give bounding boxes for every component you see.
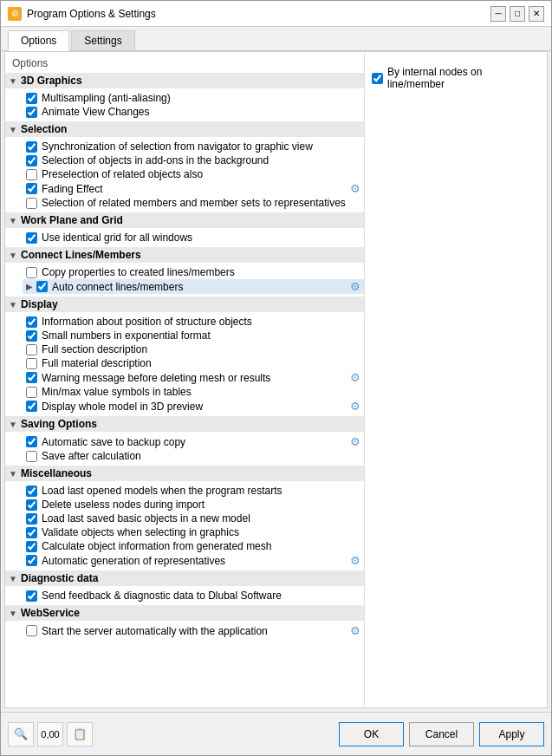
label-validate-objects: Validate objects when selecting in graph…: [42, 526, 360, 538]
section-header-3d-graphics[interactable]: ▼3D Graphics: [5, 73, 364, 88]
label-auto-generation: Automatic generation of representatives: [42, 555, 347, 567]
checkbox-full-section[interactable]: [26, 344, 37, 355]
label-preselection: Preselection of related objects also: [42, 168, 360, 180]
gear-icon-start-server[interactable]: ⚙: [350, 624, 360, 637]
cancel-button[interactable]: Cancel: [409, 722, 474, 746]
checkbox-identical-grid[interactable]: [26, 232, 37, 244]
check-item-delete-nodes: Delete useless nodes during import: [23, 498, 364, 512]
checkbox-load-last-opened[interactable]: [26, 486, 37, 497]
content-area: Options ▼3D GraphicsMultisampling (anti-…: [4, 51, 548, 708]
section-title-3d-graphics: 3D Graphics: [21, 75, 82, 87]
check-item-preselection: Preselection of related objects also: [23, 167, 364, 181]
label-selection-members: Selection of related members and member …: [42, 197, 360, 209]
check-item-auto-save: Automatic save to backup copy⚙: [23, 434, 364, 449]
check-item-save-after-calc: Save after calculation: [23, 449, 364, 463]
sections-container: ▼3D GraphicsMultisampling (anti-aliasing…: [5, 73, 364, 639]
checkbox-calc-obj-info[interactable]: [26, 541, 37, 552]
checkbox-selection-addons[interactable]: [26, 155, 37, 166]
section-items-webservice: Start the server automatically with the …: [5, 622, 364, 639]
gear-icon-warning-msg[interactable]: ⚙: [350, 371, 360, 384]
gear-icon-fading[interactable]: ⚙: [350, 182, 360, 195]
right-panel: By internal nodes on line/member: [365, 52, 547, 707]
label-full-material: Full material description: [42, 357, 360, 369]
check-item-validate-objects: Validate objects when selecting in graph…: [23, 525, 364, 539]
gear-icon-auto-generation[interactable]: ⚙: [350, 554, 360, 567]
window-controls: ─ □ ✕: [490, 6, 544, 22]
check-item-info-position: Information about position of structure …: [23, 315, 364, 329]
checkbox-fading[interactable]: [26, 183, 37, 194]
checkbox-warning-msg[interactable]: [26, 372, 37, 383]
checkbox-animate-view[interactable]: [26, 107, 37, 118]
checkbox-auto-connect[interactable]: [36, 281, 48, 292]
section-header-miscellaneous[interactable]: ▼Miscellaneous: [5, 466, 364, 481]
section-header-connect-lines[interactable]: ▼Connect Lines/Members: [5, 247, 364, 263]
arrow-icon: ▼: [9, 76, 21, 86]
section-header-display[interactable]: ▼Display: [5, 297, 364, 312]
checkbox-start-server[interactable]: [26, 625, 37, 636]
close-button[interactable]: ✕: [529, 6, 544, 22]
section-items-diagnostic: Send feedback & diagnostic data to Dluba…: [5, 588, 364, 603]
checkbox-copy-properties[interactable]: [26, 267, 37, 278]
label-copy-properties: Copy properties to created lines/members: [42, 266, 360, 278]
check-item-small-numbers: Small numbers in exponential format: [23, 329, 364, 342]
checkbox-save-after-calc[interactable]: [26, 451, 37, 462]
section-items-display: Information about position of structure …: [5, 314, 364, 414]
gear-icon-auto-save[interactable]: ⚙: [350, 435, 360, 448]
minimize-button[interactable]: ─: [490, 6, 506, 22]
clipboard-icon-button[interactable]: 📋: [67, 722, 93, 746]
check-item-copy-properties: Copy properties to created lines/members: [23, 265, 364, 279]
label-start-server: Start the server automatically with the …: [42, 625, 347, 637]
maximize-button[interactable]: □: [510, 6, 525, 22]
section-header-webservice[interactable]: ▼WebService: [5, 605, 364, 621]
check-item-sync-selection: Synchronization of selection from naviga…: [23, 140, 364, 153]
checkbox-auto-generation[interactable]: [26, 555, 37, 566]
checkbox-info-position[interactable]: [26, 316, 37, 328]
value-icon-button[interactable]: 0,00: [37, 722, 63, 746]
checkbox-delete-nodes[interactable]: [26, 499, 37, 511]
arrow-icon: ▼: [9, 469, 21, 479]
footer: 🔍 0,00 📋 OK Cancel Apply: [1, 712, 551, 755]
apply-button[interactable]: Apply: [479, 722, 544, 746]
gear-icon-whole-model[interactable]: ⚙: [350, 400, 360, 413]
check-item-load-last-saved: Load last saved basic objects in a new m…: [23, 512, 364, 525]
checkbox-selection-members[interactable]: [26, 198, 37, 209]
check-item-whole-model: Display whole model in 3D preview⚙: [23, 399, 364, 414]
label-whole-model: Display whole model in 3D preview: [42, 401, 347, 413]
section-header-selection[interactable]: ▼Selection: [5, 121, 364, 137]
label-warning-msg: Warning message before deleting mesh or …: [42, 372, 347, 384]
ok-button[interactable]: OK: [339, 722, 404, 746]
check-item-full-material: Full material description: [23, 356, 364, 370]
arrow-icon: ▼: [9, 125, 21, 134]
gear-icon-auto-connect[interactable]: ⚙: [350, 280, 360, 293]
section-header-saving[interactable]: ▼Saving Options: [5, 416, 364, 432]
checkbox-validate-objects[interactable]: [26, 527, 37, 538]
check-item-load-last-opened: Load last opened models when the program…: [23, 484, 364, 498]
checkbox-auto-save[interactable]: [26, 436, 37, 447]
section-items-miscellaneous: Load last opened models when the program…: [5, 483, 364, 569]
label-full-section: Full section description: [42, 343, 360, 355]
tab-settings[interactable]: Settings: [71, 30, 134, 50]
section-header-work-plane[interactable]: ▼Work Plane and Grid: [5, 212, 364, 228]
checkbox-whole-model[interactable]: [26, 401, 37, 412]
section-header-diagnostic[interactable]: ▼Diagnostic data: [5, 570, 364, 586]
label-identical-grid: Use identical grid for all windows: [42, 231, 360, 244]
checkbox-small-numbers[interactable]: [26, 330, 37, 342]
checkbox-preselection[interactable]: [26, 169, 37, 180]
section-items-saving: Automatic save to backup copy⚙Save after…: [5, 433, 364, 464]
label-minmax-value: Min/max value symbols in tables: [42, 386, 360, 398]
label-load-last-opened: Load last opened models when the program…: [42, 485, 360, 497]
checkbox-load-last-saved[interactable]: [26, 513, 37, 525]
right-checkbox[interactable]: [372, 73, 383, 84]
checkbox-send-feedback[interactable]: [26, 590, 37, 602]
checkbox-minmax-value[interactable]: [26, 387, 37, 398]
checkbox-full-material[interactable]: [26, 358, 37, 369]
search-icon-button[interactable]: 🔍: [8, 722, 34, 746]
checkbox-multisampling[interactable]: [26, 93, 37, 104]
checkbox-sync-selection[interactable]: [26, 141, 37, 153]
label-multisampling: Multisampling (anti-aliasing): [42, 92, 360, 104]
tab-options[interactable]: Options: [8, 30, 69, 51]
check-item-multisampling: Multisampling (anti-aliasing): [23, 91, 364, 105]
tabs-row: Options Settings: [1, 27, 551, 51]
right-checkbox-label: By internal nodes on line/member: [387, 66, 540, 90]
arrow-icon: ▼: [9, 420, 21, 429]
